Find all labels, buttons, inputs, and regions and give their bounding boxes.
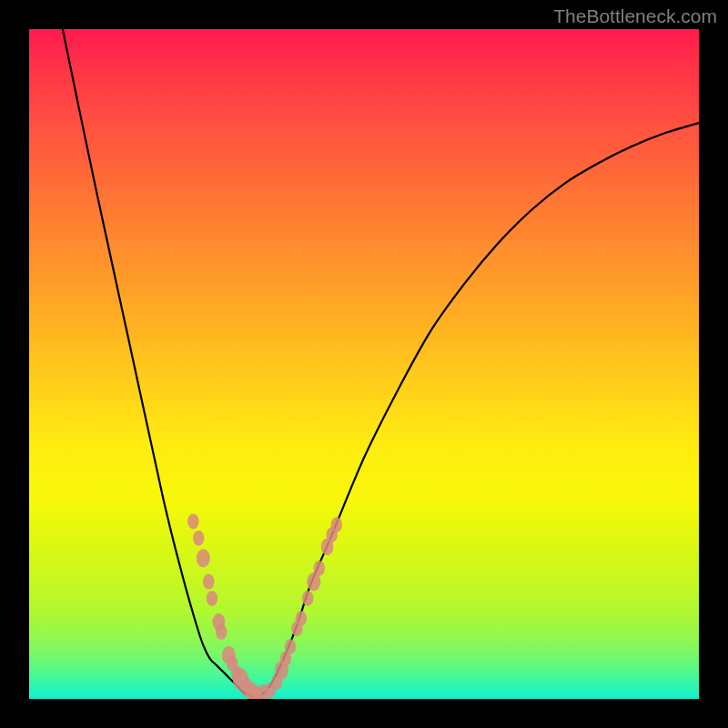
data-marker [216,624,228,640]
data-marker [313,561,325,576]
data-marker [302,591,314,606]
data-marker [331,517,343,532]
data-markers [187,513,342,699]
data-marker [207,591,218,606]
data-marker [296,611,308,626]
left-branch-line [63,29,257,699]
data-marker [197,549,210,567]
series-lines [63,29,699,699]
data-marker [187,513,199,529]
watermark-text: TheBottleneck.com [553,5,717,27]
chart-container: TheBottleneck.com [0,0,728,728]
plot-area [29,29,699,699]
chart-svg [29,29,699,699]
data-marker [193,531,205,546]
data-marker [285,639,297,654]
right-branch-line [257,123,699,699]
data-marker [203,574,215,590]
